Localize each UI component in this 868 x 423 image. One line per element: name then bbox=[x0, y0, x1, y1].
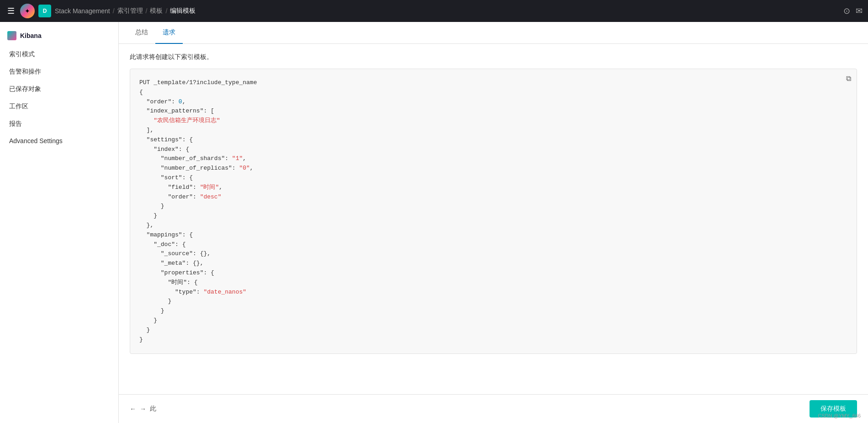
code-line-4: "index_patterns": [ bbox=[139, 107, 847, 116]
code-line-25: } bbox=[139, 306, 847, 316]
main-content: 此请求将创建以下索引模板。 ⧉ PUT _template/1?include_… bbox=[119, 44, 868, 394]
breadcrumb-templates[interactable]: 模板 bbox=[150, 7, 163, 15]
code-line-3: "order": 0, bbox=[139, 97, 847, 107]
code-line-13: "order": "desc" bbox=[139, 193, 847, 202]
code-line-7: "settings": { bbox=[139, 135, 847, 145]
breadcrumb-stack-management[interactable]: Stack Management bbox=[55, 7, 110, 15]
bottom-bar: ← → 此 保存模板 bbox=[119, 394, 868, 423]
sidebar-item-index-pattern[interactable]: 索引模式 bbox=[0, 46, 118, 63]
code-line-15: } bbox=[139, 211, 847, 221]
code-line-18: "_doc": { bbox=[139, 240, 847, 250]
code-line-6: ], bbox=[139, 126, 847, 135]
header-right: ⊙ ✉ bbox=[843, 6, 863, 16]
nav-label: 此 bbox=[150, 405, 156, 413]
sidebar-item-reports[interactable]: 报告 bbox=[0, 115, 118, 133]
breadcrumb-edit-template: 编辑模板 bbox=[170, 7, 196, 15]
sidebar: Kibana 索引模式 告警和操作 已保存对象 工作区 报告 Advanced … bbox=[0, 22, 119, 423]
code-line-23: "type": "date_nanos" bbox=[139, 288, 847, 297]
code-line-21: "properties": { bbox=[139, 268, 847, 278]
code-line-28: } bbox=[139, 335, 847, 345]
code-line-8: "index": { bbox=[139, 145, 847, 155]
tab-request[interactable]: 遗求 bbox=[155, 22, 183, 44]
top-header: ☰ ✦ D Stack Management / 索引管理 / 模板 / 编辑模… bbox=[0, 0, 868, 22]
tab-summary[interactable]: 总结 bbox=[128, 22, 155, 44]
sidebar-item-saved-objects[interactable]: 已保存对象 bbox=[0, 80, 118, 98]
breadcrumb-sep2: / bbox=[146, 7, 148, 15]
code-line-10: "number_of_replicas": "0", bbox=[139, 164, 847, 173]
breadcrumb-sep3: / bbox=[165, 7, 167, 15]
sidebar-item-advanced-settings[interactable]: Advanced Settings bbox=[0, 133, 118, 149]
breadcrumb-sep1: / bbox=[113, 7, 115, 15]
description-text: 此请求将创建以下索引模板。 bbox=[130, 53, 857, 61]
code-line-2: { bbox=[139, 88, 847, 97]
support-icon[interactable]: ⊙ bbox=[843, 6, 850, 16]
copy-button[interactable]: ⧉ bbox=[846, 75, 851, 83]
bottom-nav: ← → 此 bbox=[130, 405, 156, 413]
breadcrumb: Stack Management / 索引管理 / 模板 / 编辑模板 bbox=[55, 7, 840, 15]
code-line-20: "_meta": {}, bbox=[139, 259, 847, 268]
code-line-9: "number_of_shards": "1", bbox=[139, 154, 847, 164]
code-line-1: PUT _template/1?include_type_name bbox=[139, 78, 847, 88]
breadcrumb-index-mgmt[interactable]: 索引管理 bbox=[117, 7, 143, 15]
code-line-17: "mappings": { bbox=[139, 230, 847, 240]
nav-next-icon[interactable]: → bbox=[140, 405, 146, 412]
code-line-24: } bbox=[139, 297, 847, 306]
content-area: 总结 遗求 此请求将创建以下索引模板。 ⧉ PUT _template/1?in… bbox=[119, 22, 868, 423]
code-line-16: }, bbox=[139, 221, 847, 230]
code-line-5: "农民信箱生产环境日志" bbox=[139, 116, 847, 126]
code-line-22: "时间": { bbox=[139, 278, 847, 288]
menu-icon[interactable]: ☰ bbox=[5, 4, 16, 18]
sidebar-item-workspace[interactable]: 工作区 bbox=[0, 98, 118, 115]
mail-icon[interactable]: ✉ bbox=[856, 6, 863, 16]
code-line-14: } bbox=[139, 202, 847, 211]
code-line-11: "sort": { bbox=[139, 173, 847, 183]
kibana-logo: ✦ bbox=[20, 4, 35, 18]
tabs-bar: 总结 遗求 bbox=[119, 22, 868, 44]
main-layout: Kibana 索引模式 告警和操作 已保存对象 工作区 报告 Advanced … bbox=[0, 22, 868, 423]
logo-icon: ✦ bbox=[25, 7, 30, 15]
sidebar-item-alerts[interactable]: 告警和操作 bbox=[0, 63, 118, 80]
kibana-label: Kibana bbox=[0, 26, 118, 46]
kibana-title: Kibana bbox=[20, 32, 42, 39]
code-line-19: "_source": {}, bbox=[139, 249, 847, 259]
nav-prev-icon[interactable]: ← bbox=[130, 405, 136, 412]
code-line-26: } bbox=[139, 316, 847, 326]
code-line-12: "field": "时间", bbox=[139, 183, 847, 193]
user-badge[interactable]: D bbox=[38, 5, 51, 17]
code-block: ⧉ PUT _template/1?include_type_name { "o… bbox=[130, 69, 857, 354]
watermark: CSDN @YMY_666 bbox=[818, 413, 861, 418]
kibana-sidebar-icon bbox=[7, 31, 16, 40]
code-line-27: } bbox=[139, 326, 847, 335]
